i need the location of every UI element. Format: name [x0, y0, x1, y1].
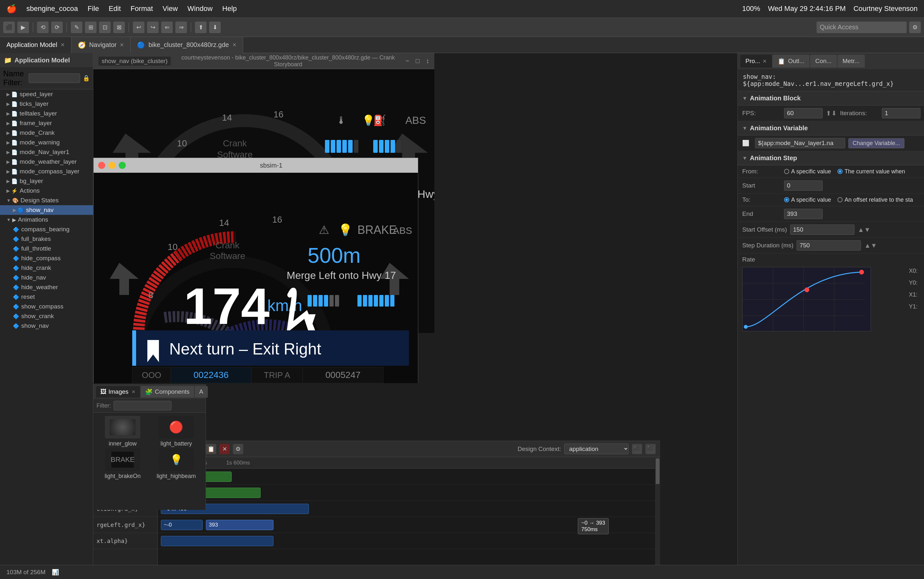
tree-item-animations[interactable]: ▼ ▶ Animations: [0, 215, 93, 224]
menu-help[interactable]: Help: [222, 5, 237, 13]
tree-item-mode-nav[interactable]: ▶ 📄 mode_Nav_layer1: [0, 147, 93, 157]
toolbar-btn-4[interactable]: ⟳: [51, 21, 63, 33]
tree-item-full-throttle[interactable]: 🔷 full_throttle: [0, 244, 93, 254]
tab-images[interactable]: 🖼 Images ✕: [96, 386, 140, 397]
tree-item-show-nav[interactable]: ▶ 🔵 show_nav: [0, 205, 93, 215]
menu-file[interactable]: File: [88, 5, 99, 13]
menu-view[interactable]: View: [162, 5, 178, 13]
app-name[interactable]: sbengine_cocoa: [26, 5, 78, 13]
toolbar-btn-1[interactable]: ⬛: [3, 21, 15, 33]
start-offset-input[interactable]: [790, 224, 855, 235]
fps-input[interactable]: [784, 108, 823, 118]
menu-window[interactable]: Window: [188, 5, 213, 13]
tree-item-hide-crank[interactable]: 🔷 hide_crank: [0, 263, 93, 273]
sbsim-close-button[interactable]: [98, 162, 105, 169]
toolbar-btn-12[interactable]: ⇒: [175, 21, 187, 33]
toolbar-btn-7[interactable]: ⊡: [99, 21, 111, 33]
timeline-tracks[interactable]: 0ms 800ms 1s 600ms ~0 ... 50 ~0 ... 4...…: [158, 457, 660, 579]
tree-item-speed-layer[interactable]: ▶ 📄 speed_layer: [0, 90, 93, 99]
tree-item-mode-warning[interactable]: ▶ 📄 mode_warning: [0, 138, 93, 147]
timeline-block-4b[interactable]: 393: [206, 520, 273, 530]
variable-input[interactable]: [755, 138, 845, 148]
tree-item-mode-crank[interactable]: ▶ 📄 mode_Crank: [0, 128, 93, 138]
tab-main-gde[interactable]: 🔵 bike_cluster_800x480rz.gde ✕: [131, 37, 243, 53]
timeline-settings-btn[interactable]: ⬛: [632, 444, 642, 454]
tab-app-model-close[interactable]: ✕: [61, 42, 65, 48]
image-item-inner-glow[interactable]: inner_glow: [96, 416, 149, 447]
apple-menu-icon[interactable]: 🍎: [7, 4, 17, 14]
props-tab-metr[interactable]: Metr...: [837, 55, 865, 67]
tree-item-hide-weather[interactable]: 🔷 hide_weather: [0, 283, 93, 292]
tree-item-actions[interactable]: ▶ ⚡ Actions: [0, 186, 93, 196]
tree-item-hide-compass[interactable]: 🔷 hide_compass: [0, 254, 93, 263]
timeline-block-5[interactable]: [161, 536, 273, 546]
tree-item-compass-bearing[interactable]: 🔷 compass_bearing: [0, 224, 93, 234]
name-filter-input[interactable]: [29, 74, 80, 83]
start-offset-stepper-icon[interactable]: ▲▼: [858, 226, 871, 234]
tab-assets[interactable]: A: [195, 386, 208, 397]
toolbar-btn-3[interactable]: ⟲: [37, 21, 49, 33]
change-variable-button[interactable]: Change Variable...: [849, 138, 904, 148]
toolbar-btn-13[interactable]: ⬆: [195, 21, 206, 33]
end-input[interactable]: [784, 209, 823, 219]
step-duration-input[interactable]: [796, 240, 861, 250]
toolbar-btn-2[interactable]: ▶: [17, 21, 29, 33]
toolbar-btn-6[interactable]: ⊞: [85, 21, 96, 33]
animation-step-header[interactable]: ▼ Animation Step: [738, 151, 924, 165]
props-tab-pro[interactable]: Pro... ✕: [740, 55, 772, 67]
image-item-light-battery[interactable]: 🔴 light_battery: [150, 416, 203, 447]
fps-stepper-icon[interactable]: ⬆⬇: [826, 110, 837, 117]
tab-navigator[interactable]: 🧭 Navigator ✕: [72, 37, 131, 53]
window-maximize-icon[interactable]: □: [416, 57, 420, 65]
sbsim-maximize-button[interactable]: [119, 162, 126, 169]
tree-item-frame-layer[interactable]: ▶ 📄 frame_layer: [0, 118, 93, 128]
tab-application-model[interactable]: Application Model ✕: [0, 37, 72, 53]
timeline-btn-settings[interactable]: ⚙: [233, 444, 243, 454]
tree-item-mode-compass[interactable]: ▶ 📄 mode_compass_layer: [0, 167, 93, 176]
start-input[interactable]: [784, 180, 823, 191]
animation-variable-header[interactable]: ▼ Animation Variable: [738, 121, 924, 136]
tree-item-show-crank[interactable]: 🔷 show_crank: [0, 311, 93, 321]
props-tab-con[interactable]: Con...: [810, 55, 837, 67]
image-item-light-highbeam[interactable]: 💡 light_highbeam: [150, 448, 203, 479]
tree-item-design-states[interactable]: ▼ 🎨 Design States: [0, 196, 93, 205]
tree-item-full-brakes[interactable]: 🔷 full_brakes: [0, 234, 93, 244]
tab-components[interactable]: 🧩 Components: [141, 386, 194, 397]
animation-block-header[interactable]: ▼ Animation Block: [738, 92, 924, 106]
toolbar-btn-5[interactable]: ✎: [71, 21, 82, 33]
props-tab-pro-close[interactable]: ✕: [762, 58, 767, 64]
timeline-btn-paste[interactable]: 📋: [206, 444, 216, 454]
quick-access-box[interactable]: Quick Access: [816, 21, 907, 33]
menu-edit[interactable]: Edit: [109, 5, 121, 13]
tab-nav-close[interactable]: ✕: [120, 42, 124, 48]
iterations-input[interactable]: [882, 108, 921, 118]
rate-chart-svg[interactable]: [742, 267, 871, 331]
from-radio-1[interactable]: A specific value: [784, 168, 831, 175]
from-radio-2[interactable]: The current value when: [837, 168, 905, 175]
toolbar-btn-10[interactable]: ↪: [147, 21, 159, 33]
tree-item-show-nav-anim[interactable]: 🔷 show_nav: [0, 321, 93, 331]
step-duration-stepper-icon[interactable]: ▲▼: [864, 242, 877, 249]
tree-item-reset[interactable]: 🔷 reset: [0, 292, 93, 302]
toolbar-btn-15[interactable]: ⚙: [909, 21, 921, 33]
toolbar-btn-9[interactable]: ↩: [133, 21, 144, 33]
window-minimize-icon[interactable]: −: [406, 57, 409, 65]
timeline-block-4a[interactable]: ~-0: [161, 520, 203, 530]
images-filter-input[interactable]: [114, 401, 172, 411]
to-radio-1[interactable]: A specific value: [784, 196, 831, 203]
image-item-light-brakeon[interactable]: BRAKE light_brakeOn: [96, 448, 149, 479]
props-tab-outl[interactable]: 📋 Outl...: [772, 55, 810, 67]
toolbar-btn-11[interactable]: ⇐: [161, 21, 173, 33]
design-context-select[interactable]: application: [564, 443, 629, 454]
tree-item-bg-layer[interactable]: ▶ 📄 bg_layer: [0, 176, 93, 186]
timeline-btn-x[interactable]: ✕: [219, 444, 230, 454]
toolbar-btn-8[interactable]: ⊠: [113, 21, 125, 33]
tree-item-show-compass[interactable]: 🔷 show_compass: [0, 302, 93, 311]
timeline-scrollbar[interactable]: [655, 457, 660, 579]
menu-format[interactable]: Format: [131, 5, 153, 13]
timeline-settings-btn2[interactable]: ⬛: [645, 444, 656, 454]
to-radio-2[interactable]: An offset relative to the sta: [837, 196, 913, 203]
toolbar-btn-14[interactable]: ⬇: [209, 21, 221, 33]
tree-item-mode-weather[interactable]: ▶ 📄 mode_weather_layer: [0, 157, 93, 167]
sbsim-minimize-button[interactable]: [108, 162, 116, 169]
